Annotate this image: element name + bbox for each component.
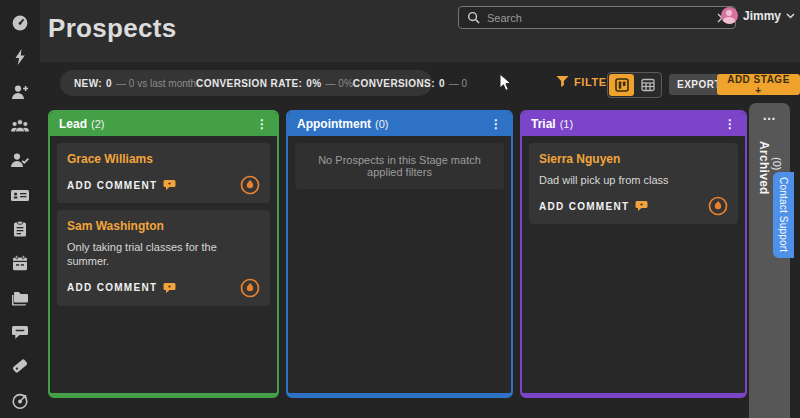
chevron-down-icon [786, 13, 795, 19]
funnel-icon [556, 75, 569, 88]
hot-lead-flame-icon[interactable] [240, 175, 260, 195]
search-box[interactable] [458, 6, 736, 29]
column-count: (2) [91, 118, 104, 130]
id-card-icon[interactable] [0, 178, 40, 212]
stats-bar: NEW: 0 — 0 vs last month CONVERSION RATE… [60, 70, 432, 96]
prospect-card[interactable]: Grace Williams ADD COMMENT [57, 143, 270, 203]
kebab-menu-icon[interactable]: ⋯ [763, 112, 777, 125]
stat-conversion-rate: CONVERSION RATE: 0% — 0% [196, 78, 353, 89]
person-check-icon[interactable] [0, 143, 40, 177]
empty-state-message: No Prospects in this Stage match applied… [295, 143, 504, 189]
column-trial: Trial (1) ⋮ Sierra Nguyen Dad will pick … [520, 110, 747, 398]
add-comment-label: ADD COMMENT [67, 282, 157, 293]
column-count: (0) [771, 157, 783, 170]
stat-value: 0 [439, 78, 445, 89]
add-stage-button[interactable]: ADD STAGE + [717, 74, 800, 95]
table-icon [641, 78, 655, 92]
hot-lead-flame-icon[interactable] [240, 278, 260, 298]
people-group-icon[interactable] [0, 109, 40, 143]
sidebar [0, 0, 40, 418]
column-appointment: Appointment (0) ⋮ No Prospects in this S… [286, 110, 513, 398]
target-icon[interactable] [0, 384, 40, 418]
stat-value: 0 [106, 78, 112, 89]
contact-support-tab[interactable]: Contact Support [773, 172, 794, 258]
comment-bubble-icon [635, 200, 648, 212]
user-name: Jimmy [743, 9, 781, 23]
person-plus-icon[interactable] [0, 75, 40, 109]
stat-value: 0% [306, 78, 321, 89]
stat-label: CONVERSION RATE: [196, 78, 302, 89]
card-actions: ADD COMMENT [67, 278, 260, 298]
view-toggle [607, 72, 662, 98]
stat-conversions: CONVERSIONS: 0 — 0 [353, 78, 467, 89]
prospect-note: Dad will pick up from class [539, 173, 728, 187]
column-archived[interactable]: ⋯ (0) Archived [749, 103, 790, 418]
add-comment-button[interactable]: ADD COMMENT [67, 282, 176, 294]
avatar [721, 7, 738, 24]
user-menu[interactable]: Jimmy [721, 7, 795, 24]
column-lead: Lead (2) ⋮ Grace Williams ADD COMMENT Sa… [48, 110, 279, 398]
gauge-icon[interactable] [0, 6, 40, 40]
column-header: Appointment (0) ⋮ [288, 112, 511, 136]
lightning-bolt-icon[interactable] [0, 40, 40, 74]
column-title: Trial [531, 117, 556, 131]
stat-new: NEW: 0 — 0 vs last month [74, 78, 196, 89]
calendar-icon[interactable] [0, 246, 40, 280]
prospect-note: Only taking trial classes for the summer… [67, 240, 260, 269]
prospect-name: Sierra Nguyen [539, 152, 728, 166]
kanban-view-button[interactable] [609, 74, 634, 96]
chat-bubble-icon[interactable] [0, 315, 40, 349]
stat-delta: — 0 [449, 78, 467, 89]
add-comment-button[interactable]: ADD COMMENT [67, 179, 176, 191]
column-count: (0) [375, 118, 388, 130]
header: Prospects Jimmy [40, 0, 800, 62]
column-header: Lead (2) ⋮ [50, 112, 277, 136]
column-title: Archived [757, 141, 771, 195]
card-actions: ADD COMMENT [539, 196, 728, 216]
add-comment-button[interactable]: ADD COMMENT [539, 200, 648, 212]
page-title: Prospects [48, 13, 176, 44]
card-actions: ADD COMMENT [67, 175, 260, 195]
prospect-card[interactable]: Sierra Nguyen Dad will pick up from clas… [529, 143, 738, 224]
kebab-menu-icon[interactable]: ⋮ [256, 118, 268, 130]
prospect-name: Sam Washington [67, 219, 260, 233]
kanban-icon [615, 78, 629, 92]
prospect-name: Grace Williams [67, 152, 260, 166]
comment-bubble-icon [163, 282, 176, 294]
search-input[interactable] [487, 12, 710, 24]
column-count: (1) [560, 118, 573, 130]
contact-support-label: Contact Support [778, 177, 789, 252]
add-comment-label: ADD COMMENT [67, 180, 157, 191]
hot-lead-flame-icon[interactable] [708, 196, 728, 216]
tag-icon[interactable] [0, 349, 40, 383]
table-view-button[interactable] [635, 74, 660, 96]
column-title: Appointment [297, 117, 371, 131]
add-comment-label: ADD COMMENT [539, 201, 629, 212]
card-list: Grace Williams ADD COMMENT Sam Washingto… [50, 136, 277, 313]
mouse-cursor [499, 73, 512, 96]
stat-label: NEW: [74, 78, 102, 89]
comment-bubble-icon [163, 179, 176, 191]
search-icon [467, 11, 480, 24]
column-header: Trial (1) ⋮ [522, 112, 745, 136]
kebab-menu-icon[interactable]: ⋮ [490, 118, 502, 130]
folders-icon[interactable] [0, 281, 40, 315]
column-title: Lead [59, 117, 87, 131]
kebab-menu-icon[interactable]: ⋮ [724, 118, 736, 130]
clipboard-icon[interactable] [0, 212, 40, 246]
card-list: Sierra Nguyen Dad will pick up from clas… [522, 136, 745, 231]
stat-label: CONVERSIONS: [353, 78, 435, 89]
stat-delta: — 0% [326, 78, 353, 89]
prospect-card[interactable]: Sam Washington Only taking trial classes… [57, 210, 270, 306]
stat-delta: — 0 vs last month [116, 78, 196, 89]
